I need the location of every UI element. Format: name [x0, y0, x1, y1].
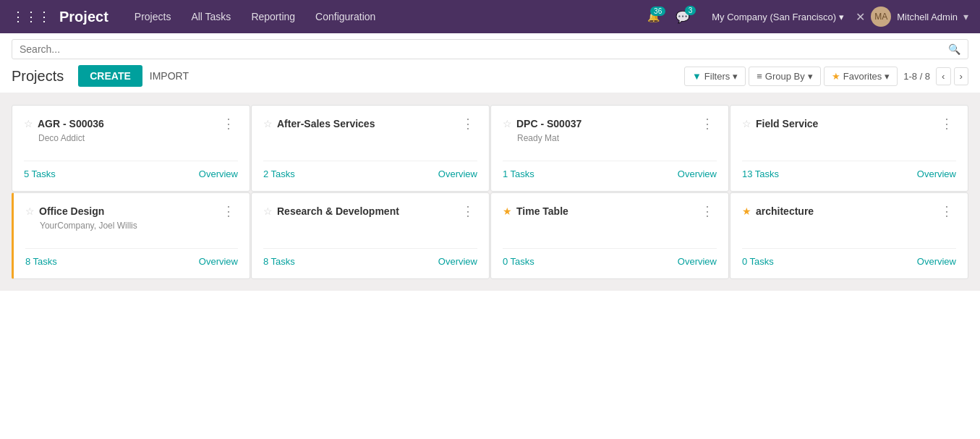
project-card-header: ★ Time Table ⋮	[503, 205, 717, 218]
project-menu-button[interactable]: ⋮	[698, 117, 717, 130]
projects-grid: ☆ AGR - S00036 ⋮ Deco Addict 5 Tasks Ove…	[0, 93, 980, 291]
project-title: Research & Development	[277, 205, 399, 217]
project-footer: 8 Tasks Overview	[25, 248, 238, 267]
create-button[interactable]: CREATE	[78, 65, 142, 87]
project-title: AGR - S00036	[38, 118, 104, 129]
project-footer: 13 Tasks Overview	[742, 161, 956, 179]
project-menu-button[interactable]: ⋮	[219, 117, 238, 130]
project-card-header: ☆ Research & Development ⋮	[263, 205, 477, 218]
nav-all-tasks[interactable]: All Tasks	[182, 2, 239, 31]
user-name[interactable]: Mitchell Admin	[897, 12, 958, 22]
groupby-icon: ≡	[757, 71, 762, 82]
prev-page-button[interactable]: ‹	[936, 67, 950, 85]
filters-chevron-icon: ▾	[733, 71, 738, 82]
project-title: architecture	[756, 205, 814, 217]
project-footer: 5 Tasks Overview	[24, 161, 238, 179]
nav-reporting[interactable]: Reporting	[242, 2, 304, 31]
project-card-after-sales: ☆ After-Sales Services ⋮ 2 Tasks Overvie…	[251, 105, 490, 192]
topnav-right: 🔔 36 💬 3 My Company (San Francisco) ▾ ✕ …	[647, 7, 968, 27]
overview-link[interactable]: Overview	[199, 256, 238, 267]
content-area: 🔍 Projects CREATE IMPORT ▼ Filters ▾ ≡ G…	[0, 33, 980, 439]
search-icon: 🔍	[948, 43, 960, 55]
tasks-count[interactable]: 8 Tasks	[263, 256, 295, 267]
project-footer: 0 Tasks Overview	[742, 248, 956, 267]
notifications-badge: 36	[650, 7, 665, 16]
close-icon[interactable]: ✕	[856, 10, 865, 24]
tasks-count[interactable]: 2 Tasks	[263, 169, 295, 179]
star-icon[interactable]: ★	[503, 205, 512, 217]
pagination-info: 1-8 / 8	[903, 71, 930, 82]
project-card-architecture: ★ architecture ⋮ 0 Tasks Overview	[730, 192, 968, 279]
filter-icon: ▼	[692, 71, 702, 82]
star-icon[interactable]: ☆	[24, 118, 33, 129]
project-card-header: ★ architecture ⋮	[742, 205, 956, 218]
groupby-button[interactable]: ≡ Group By ▾	[749, 67, 821, 86]
app-name: Project	[59, 9, 108, 25]
favorites-button[interactable]: ★ Favorites ▾	[824, 67, 898, 86]
search-input[interactable]	[20, 43, 948, 55]
favorites-chevron-icon: ▾	[885, 71, 890, 82]
project-card-research-dev: ☆ Research & Development ⋮ 8 Tasks Overv…	[251, 192, 490, 279]
overview-link[interactable]: Overview	[438, 256, 477, 267]
star-icon[interactable]: ☆	[25, 205, 35, 217]
project-title: DPC - S00037	[516, 118, 581, 129]
search-row: 🔍	[0, 33, 980, 59]
filters-button[interactable]: ▼ Filters ▾	[684, 67, 746, 86]
project-footer: 0 Tasks Overview	[503, 248, 717, 267]
project-menu-button[interactable]: ⋮	[937, 205, 956, 218]
notifications-button[interactable]: 🔔 36	[647, 11, 660, 22]
star-icon[interactable]: ☆	[503, 118, 512, 129]
company-selector[interactable]: My Company (San Francisco) ▾	[706, 9, 850, 25]
chevron-down-icon: ▾	[839, 12, 844, 22]
overview-link[interactable]: Overview	[678, 256, 717, 267]
overview-link[interactable]: Overview	[917, 169, 956, 179]
project-menu-button[interactable]: ⋮	[937, 117, 956, 130]
project-subtitle: Deco Addict	[24, 133, 238, 143]
overview-link[interactable]: Overview	[678, 169, 717, 179]
overview-link[interactable]: Overview	[199, 169, 238, 179]
tasks-count[interactable]: 0 Tasks	[742, 256, 774, 267]
next-page-button[interactable]: ›	[954, 67, 968, 85]
project-card-header: ☆ Office Design ⋮	[25, 205, 238, 218]
project-menu-button[interactable]: ⋮	[459, 205, 477, 218]
nav-configuration[interactable]: Configuration	[307, 2, 384, 31]
avatar[interactable]: MA	[871, 7, 891, 27]
import-button[interactable]: IMPORT	[142, 65, 196, 87]
project-card-header: ☆ DPC - S00037 ⋮	[503, 117, 717, 130]
project-footer: 1 Tasks Overview	[503, 161, 717, 179]
project-menu-button[interactable]: ⋮	[698, 205, 717, 218]
project-footer: 2 Tasks Overview	[263, 161, 477, 179]
search-container: 🔍	[12, 39, 968, 59]
tasks-count[interactable]: 8 Tasks	[25, 256, 57, 267]
grid-icon[interactable]: ⋮⋮⋮	[12, 9, 51, 25]
project-menu-button[interactable]: ⋮	[219, 205, 238, 218]
star-icon[interactable]: ★	[742, 205, 751, 217]
project-subtitle: Ready Mat	[503, 133, 717, 143]
project-card-office-design: ☆ Office Design ⋮ YourCompany, Joel Will…	[12, 192, 250, 279]
chat-badge: 3	[685, 6, 696, 15]
star-icon[interactable]: ☆	[263, 205, 273, 217]
project-card-header: ☆ After-Sales Services ⋮	[263, 117, 477, 130]
tasks-count[interactable]: 13 Tasks	[742, 169, 779, 179]
toolbar-actions: ▼ Filters ▾ ≡ Group By ▾ ★ Favorites ▾ 1…	[684, 67, 968, 86]
project-title: Field Service	[756, 118, 818, 129]
overview-link[interactable]: Overview	[917, 256, 956, 267]
nav-projects[interactable]: Projects	[126, 2, 180, 31]
chevron-right-icon: ›	[960, 71, 963, 82]
page-title: Projects	[12, 68, 64, 85]
tasks-count[interactable]: 1 Tasks	[503, 169, 534, 179]
project-card-timetable: ★ Time Table ⋮ 0 Tasks Overview	[490, 192, 729, 279]
groupby-chevron-icon: ▾	[808, 71, 813, 82]
company-name: My Company (San Francisco)	[712, 12, 836, 22]
project-card-field-service: ☆ Field Service ⋮ 13 Tasks Overview	[730, 105, 968, 192]
chat-button[interactable]: 💬 3	[676, 10, 690, 24]
tasks-count[interactable]: 5 Tasks	[24, 169, 56, 179]
star-icon[interactable]: ☆	[742, 118, 751, 129]
project-menu-button[interactable]: ⋮	[459, 117, 477, 130]
overview-link[interactable]: Overview	[438, 169, 477, 179]
project-title: Time Table	[516, 205, 568, 217]
tasks-count[interactable]: 0 Tasks	[503, 256, 534, 267]
chevron-left-icon: ‹	[942, 71, 945, 82]
star-icon[interactable]: ☆	[263, 118, 273, 129]
project-subtitle: YourCompany, Joel Willis	[25, 221, 238, 231]
